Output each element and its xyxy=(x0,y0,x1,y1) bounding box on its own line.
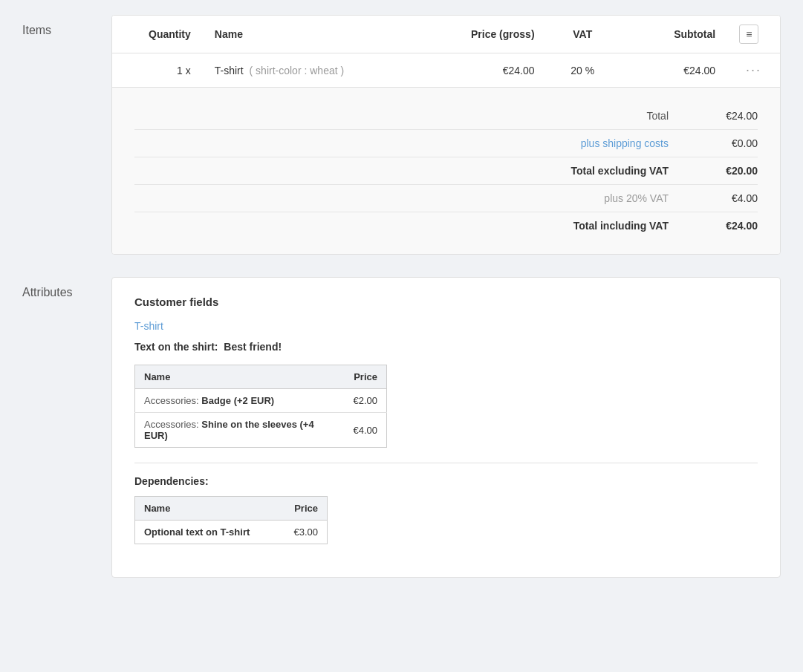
list-item: Accessories: Badge (+2 EUR) €2.00 xyxy=(135,389,387,413)
items-card: Quantity Name Price (gross) VAT Subtotal… xyxy=(111,15,781,255)
total-label: Total xyxy=(535,110,683,122)
plus-vat-row: plus 20% VAT €4.00 xyxy=(134,185,758,212)
accessories-table: Name Price Accessories: Badge (+2 EUR) €… xyxy=(134,365,387,448)
row-actions: ··· xyxy=(727,53,780,88)
dependencies-title: Dependencies: xyxy=(134,475,758,487)
total-row: Total €24.00 xyxy=(134,102,758,130)
product-name: T-shirt xyxy=(215,65,244,76)
col-header-subtotal: Subtotal xyxy=(619,16,727,53)
row-price: €24.00 xyxy=(438,53,546,88)
items-section: Items Quantity Name Price (gross) VAT Su… xyxy=(22,15,781,255)
dep-1-name-text: Optional text on T-shirt xyxy=(144,526,250,538)
totals-area: Total €24.00 plus shipping costs €0.00 T… xyxy=(112,88,780,254)
shirt-text-label: Text on the shirt: xyxy=(134,341,218,353)
incl-vat-label: Total including VAT xyxy=(535,220,683,232)
items-label: Items xyxy=(22,15,111,37)
section-divider xyxy=(134,463,758,463)
col-header-quantity: Quantity xyxy=(112,16,203,53)
customer-fields-title: Customer fields xyxy=(134,296,758,308)
accessory-1-prefix: Accessories: xyxy=(144,395,201,406)
row-vat: 20 % xyxy=(547,53,619,88)
plus-vat-label: plus 20% VAT xyxy=(535,192,683,204)
dep-col-name: Name xyxy=(135,497,279,521)
row-quantity: 1 x xyxy=(112,53,203,88)
shirt-text-value: Best friend! xyxy=(224,341,282,353)
accessories-col-name: Name xyxy=(135,365,345,389)
plus-vat-value: €4.00 xyxy=(683,192,758,204)
dependencies-table: Name Price Optional text on T-shirt €3.0… xyxy=(134,496,328,544)
table-menu-button[interactable]: ≡ xyxy=(739,25,758,44)
row-subtotal: €24.00 xyxy=(619,53,727,88)
col-header-name: Name xyxy=(203,16,438,53)
row-name: T-shirt ( shirt-color : wheat ) xyxy=(203,53,438,88)
shipping-label: plus shipping costs xyxy=(535,137,683,149)
excl-vat-label: Total excluding VAT xyxy=(535,165,683,177)
product-variant: ( shirt-color : wheat ) xyxy=(250,65,345,76)
dep-1-name: Optional text on T-shirt xyxy=(135,521,279,544)
accessory-1-price: €2.00 xyxy=(344,389,386,413)
shipping-value: €0.00 xyxy=(683,137,758,149)
attributes-card: Customer fields T-shirt Text on the shir… xyxy=(111,277,781,578)
col-header-price: Price (gross) xyxy=(438,16,546,53)
accessory-2-name: Accessories: Shine on the sleeves (+4 EU… xyxy=(135,413,345,448)
dep-1-price: €3.00 xyxy=(278,521,327,544)
accessories-col-price: Price xyxy=(344,365,386,389)
incl-vat-row: Total including VAT €24.00 xyxy=(134,212,758,239)
excl-vat-row: Total excluding VAT €20.00 xyxy=(134,157,758,185)
incl-vat-value: €24.00 xyxy=(683,220,758,232)
accessory-2-prefix: Accessories: xyxy=(144,419,201,430)
attributes-label: Attributes xyxy=(22,277,111,299)
attributes-content: Customer fields T-shirt Text on the shir… xyxy=(112,278,780,577)
dep-col-price: Price xyxy=(278,497,327,521)
list-item: Optional text on T-shirt €3.00 xyxy=(135,521,328,544)
accessory-2-price: €4.00 xyxy=(344,413,386,448)
excl-vat-value: €20.00 xyxy=(683,165,758,177)
row-menu-button[interactable]: ··· xyxy=(746,62,761,78)
hamburger-icon: ≡ xyxy=(746,28,752,40)
attributes-section: Attributes Customer fields T-shirt Text … xyxy=(22,277,781,578)
col-header-actions: ≡ xyxy=(727,16,780,53)
accessory-1-name: Accessories: Badge (+2 EUR) xyxy=(135,389,345,413)
total-value: €24.00 xyxy=(683,110,758,122)
items-table: Quantity Name Price (gross) VAT Subtotal… xyxy=(112,16,780,88)
shipping-row: plus shipping costs €0.00 xyxy=(134,130,758,157)
table-row: 1 x T-shirt ( shirt-color : wheat ) €24.… xyxy=(112,53,780,88)
accessory-1-bold: Badge (+2 EUR) xyxy=(201,395,274,406)
list-item: Accessories: Shine on the sleeves (+4 EU… xyxy=(135,413,387,448)
product-label: T-shirt xyxy=(134,320,758,332)
shirt-text-field: Text on the shirt: Best friend! xyxy=(134,341,758,353)
col-header-vat: VAT xyxy=(547,16,619,53)
